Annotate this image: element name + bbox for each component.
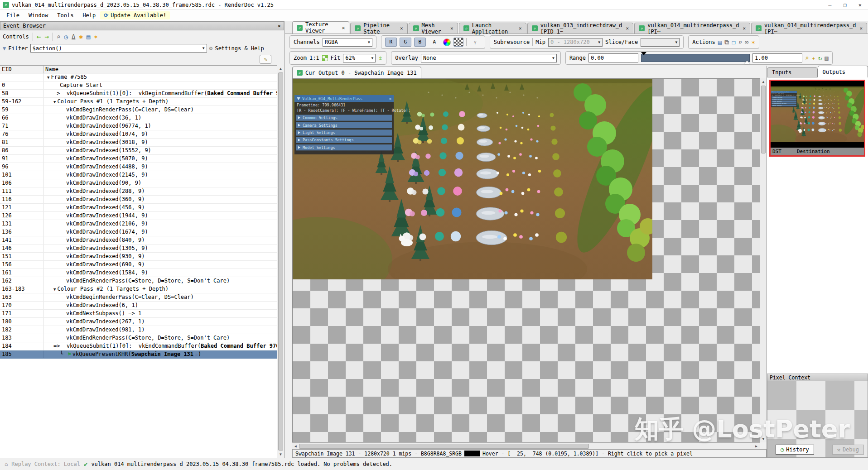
event-row[interactable]: 59-162▼Colour Pass #1 (1 Targets + Depth… (0, 98, 277, 106)
export-icon[interactable]: ▤ (87, 33, 90, 40)
close-icon[interactable]: ✕ (743, 25, 746, 31)
event-row[interactable]: 141vkCmdDrawIndexed(840, 9) (0, 236, 277, 245)
green-channel-button[interactable]: G (400, 38, 411, 47)
debug-button[interactable]: ⚒ Debug (832, 445, 864, 455)
timeline-icon[interactable]: ◷ (64, 33, 68, 40)
settings-star-icon[interactable]: ✶ (752, 38, 755, 46)
close-icon[interactable]: ✕ (626, 25, 629, 31)
minimize-button[interactable]: – (828, 2, 831, 8)
scroll-up-icon[interactable]: ▲ (760, 78, 767, 85)
event-row[interactable]: 91vkCmdDrawIndexed(5070, 9) (0, 155, 277, 163)
dock-tab[interactable]: ⌕Mesh Viewer✕ (409, 23, 458, 34)
tab-outputs[interactable]: Outputs (818, 66, 868, 77)
close-icon[interactable]: ✕ (450, 25, 453, 31)
overlay-select[interactable]: None ▼ (421, 54, 557, 62)
range-white-marker[interactable] (744, 61, 750, 64)
filter-input[interactable]: $action() ▼ (30, 44, 207, 53)
event-row[interactable]: 131vkCmdDrawIndexed(2106, 9) (0, 220, 277, 228)
favorite-icon[interactable]: ✶ (94, 33, 97, 40)
event-row[interactable]: 101vkCmdDrawIndexed(2145, 9) (0, 171, 277, 179)
range-max-input[interactable]: 1.00 (752, 53, 802, 62)
bookmark-icon[interactable]: ✱ (79, 33, 82, 40)
event-row[interactable]: 0Capture Start (0, 82, 277, 90)
history-button[interactable]: ◷ History (776, 445, 814, 455)
event-row[interactable]: 183vkCmdEndRenderPass(C=Store, D=Store, … (0, 334, 277, 342)
scroll-down-icon[interactable]: ▼ (277, 451, 284, 458)
resource-link[interactable]: Baked Command Buffer 9701 (207, 90, 277, 96)
event-row[interactable]: 162vkCmdEndRenderPass(C=Store, D=Store, … (0, 277, 277, 285)
event-row[interactable]: 182vkCmdDrawIndexed(981, 1) (0, 326, 277, 334)
scroll-left-icon[interactable]: ◀ (292, 443, 299, 450)
collapse-icon[interactable]: ▼ (53, 287, 56, 292)
eid-column-header[interactable]: EID (0, 66, 43, 73)
red-channel-button[interactable]: R (385, 38, 397, 47)
texture-vscrollbar[interactable]: ▲ ▼ (760, 78, 767, 442)
range-slider[interactable] (641, 54, 750, 62)
channels-select[interactable]: RGBA ▼ (323, 38, 372, 47)
dock-tab[interactable]: ⌕Pipeline State✕ (350, 23, 407, 34)
link-icon[interactable]: ∞ (745, 38, 748, 46)
output-thumbnail[interactable]: DST Destination (769, 80, 865, 157)
dock-tab[interactable]: ⌕vulkan_014_multirenderpass_d [PI⋯✕ (634, 23, 750, 34)
event-row[interactable]: 81vkCmdDrawIndexed(3018, 9) (0, 139, 277, 147)
copy-icon[interactable]: ⧉ (724, 38, 729, 46)
scroll-down-icon[interactable]: ▼ (760, 436, 767, 442)
event-row[interactable]: 76vkCmdDrawIndexed(1074, 9) (0, 130, 277, 139)
close-icon[interactable]: ✕ (519, 25, 522, 31)
pixel-context-view[interactable]: ◷ History ⚒ Debug (767, 381, 868, 458)
range-min-input[interactable]: 0.00 (588, 53, 638, 62)
event-row[interactable]: 185└ ⚑vkQueuePresentKHR(Swapchain Image … (0, 350, 277, 359)
event-row[interactable]: 86vkCmdDrawIndexed(15552, 9) (0, 147, 277, 155)
edit-filter-button[interactable]: ✎ (260, 55, 271, 64)
range-black-marker[interactable] (641, 52, 646, 55)
scrollbar-thumb[interactable] (278, 72, 283, 451)
event-browser-scrollbar[interactable]: ▲ ▼ (277, 65, 284, 458)
chevron-down-icon[interactable]: ▼ (200, 46, 205, 50)
zoom-range-icon[interactable]: ⌕ (805, 54, 809, 62)
event-row[interactable]: 161vkCmdDrawIndexed(1584, 9) (0, 269, 277, 277)
dock-tab[interactable]: ⌕Texture Viewer✕ (292, 21, 349, 34)
menu-window[interactable]: Window (24, 11, 53, 20)
zoom-1to1-button[interactable]: 1:1 (309, 55, 319, 61)
flip-y-icon[interactable]: ⇕ (378, 54, 382, 62)
zoom-select[interactable]: 62% ▼ (343, 54, 376, 62)
scrollbar-thumb[interactable] (761, 86, 766, 153)
menu-file[interactable]: File (2, 11, 24, 20)
resource-link[interactable]: Swapchain Image 131 (131, 351, 193, 357)
collapse-icon[interactable]: ▼ (53, 100, 56, 104)
event-row[interactable]: 184=> vkQueueSubmit(1)[0]: vkEndCommandB… (0, 342, 277, 350)
event-row[interactable]: 59vkCmdBeginRenderPass(C=Clear, DS=Clear… (0, 106, 277, 114)
event-row[interactable]: 151vkCmdDrawIndexed(930, 9) (0, 253, 277, 261)
close-icon[interactable]: ✕ (278, 23, 281, 29)
update-available-button[interactable]: ⟳ Update Available! (100, 11, 170, 19)
menu-tools[interactable]: Tools (53, 11, 78, 20)
event-row[interactable]: 136vkCmdDrawIndexed(1674, 9) (0, 228, 277, 236)
tab-inputs[interactable]: Inputs (767, 67, 818, 77)
scroll-up-icon[interactable]: ▲ (277, 65, 284, 72)
gear-icon[interactable]: ⚙ (209, 45, 213, 52)
event-row[interactable]: 111vkCmdDrawIndexed(288, 9) (0, 187, 277, 196)
open-resource-icon[interactable]: ❐ (732, 38, 735, 46)
save-texture-icon[interactable]: ▤ (718, 38, 722, 46)
event-row[interactable]: 156vkCmdDrawIndexed(690, 9) (0, 261, 277, 269)
histogram-icon[interactable]: ▥ (825, 54, 828, 62)
dock-tab[interactable]: ⌕vulkan_013_indirectdraw_d [PID 1⋯✕ (527, 23, 633, 34)
find-event-icon[interactable]: ⌕ (57, 33, 60, 40)
slice-face-select[interactable]: ▼ (641, 38, 680, 47)
gamma-button[interactable]: γ (469, 38, 481, 47)
dock-tab[interactable]: ⌕Launch Application✕ (459, 23, 526, 34)
scroll-right-icon[interactable]: ▶ (753, 443, 760, 450)
event-row[interactable]: 163vkCmdBeginRenderPass(C=Clear, DS=Clea… (0, 293, 277, 302)
settings-help-label[interactable]: Settings & Help (215, 45, 264, 52)
close-icon[interactable]: ✕ (342, 25, 345, 31)
event-row[interactable]: 106vkCmdDrawIndexed(90, 9) (0, 179, 277, 187)
event-row[interactable]: 146vkCmdDrawIndexed(1305, 9) (0, 245, 277, 253)
texture-hscrollbar[interactable]: ◀ ▶ (292, 442, 760, 449)
mip-select[interactable]: 0 - 1280x720 ▼ (548, 38, 603, 47)
dock-tab[interactable]: ⌕vulkan_014_multirenderpass_d [PI⋯✕ (751, 23, 867, 34)
event-row[interactable]: 163-183▼Colour Pass #2 (1 Targets + Dept… (0, 285, 277, 293)
event-row[interactable]: 126vkCmdDrawIndexed(1944, 9) (0, 212, 277, 220)
close-button[interactable]: ✕ (858, 2, 862, 8)
stats-icon[interactable]: ⍙ (72, 33, 75, 40)
event-row[interactable]: 71vkCmdDrawIndexed(96774, 1) (0, 122, 277, 130)
